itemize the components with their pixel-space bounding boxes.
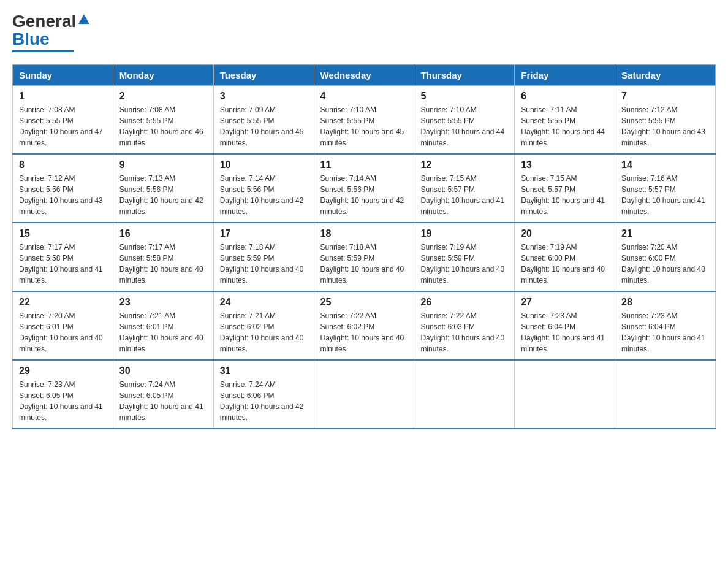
day-info: Sunrise: 7:08 AMSunset: 5:55 PMDaylight:… [119,104,207,148]
header-day-tuesday: Tuesday [213,64,314,85]
day-number: 25 [320,297,408,308]
day-info: Sunrise: 7:24 AMSunset: 6:05 PMDaylight:… [119,379,207,423]
day-number: 8 [19,159,107,170]
day-info: Sunrise: 7:16 AMSunset: 5:57 PMDaylight:… [621,173,709,217]
calendar-cell: 12Sunrise: 7:15 AMSunset: 5:57 PMDayligh… [414,154,515,223]
calendar-cell: 25Sunrise: 7:22 AMSunset: 6:02 PMDayligh… [314,291,414,360]
day-number: 1 [19,91,107,102]
logo-general: General [12,12,76,31]
svg-marker-0 [78,14,89,24]
day-info: Sunrise: 7:20 AMSunset: 6:01 PMDaylight:… [19,310,107,354]
calendar-cell: 9Sunrise: 7:13 AMSunset: 5:56 PMDaylight… [113,154,213,223]
calendar-cell: 1Sunrise: 7:08 AMSunset: 5:55 PMDaylight… [13,85,113,154]
page-header: General Blue [12,12,716,52]
calendar-cell: 14Sunrise: 7:16 AMSunset: 5:57 PMDayligh… [615,154,716,223]
day-info: Sunrise: 7:14 AMSunset: 5:56 PMDaylight:… [320,173,408,217]
logo-underline [12,50,74,52]
day-number: 15 [19,228,107,239]
calendar-cell: 20Sunrise: 7:19 AMSunset: 6:00 PMDayligh… [515,223,615,291]
day-info: Sunrise: 7:18 AMSunset: 5:59 PMDaylight:… [220,242,308,286]
calendar-cell: 28Sunrise: 7:23 AMSunset: 6:04 PMDayligh… [615,291,716,360]
day-info: Sunrise: 7:12 AMSunset: 5:55 PMDaylight:… [621,104,709,148]
day-info: Sunrise: 7:09 AMSunset: 5:55 PMDaylight:… [220,104,308,148]
day-info: Sunrise: 7:14 AMSunset: 5:56 PMDaylight:… [220,173,308,217]
calendar-cell: 19Sunrise: 7:19 AMSunset: 5:59 PMDayligh… [414,223,515,291]
calendar-cell: 31Sunrise: 7:24 AMSunset: 6:06 PMDayligh… [213,360,314,429]
header-day-sunday: Sunday [13,64,113,85]
calendar-cell [414,360,515,429]
calendar-cell: 17Sunrise: 7:18 AMSunset: 5:59 PMDayligh… [213,223,314,291]
day-number: 23 [119,297,207,308]
calendar-cell: 30Sunrise: 7:24 AMSunset: 6:05 PMDayligh… [113,360,213,429]
calendar-cell: 11Sunrise: 7:14 AMSunset: 5:56 PMDayligh… [314,154,414,223]
day-info: Sunrise: 7:23 AMSunset: 6:05 PMDaylight:… [19,379,107,423]
day-number: 12 [420,159,508,170]
day-info: Sunrise: 7:15 AMSunset: 5:57 PMDaylight:… [420,173,508,217]
logo: General Blue [12,12,91,52]
day-number: 4 [320,91,408,102]
calendar-cell: 5Sunrise: 7:10 AMSunset: 5:55 PMDaylight… [414,85,515,154]
day-number: 18 [320,228,408,239]
calendar-cell: 27Sunrise: 7:23 AMSunset: 6:04 PMDayligh… [515,291,615,360]
calendar-cell: 23Sunrise: 7:21 AMSunset: 6:01 PMDayligh… [113,291,213,360]
day-number: 28 [621,297,709,308]
calendar-cell: 26Sunrise: 7:22 AMSunset: 6:03 PMDayligh… [414,291,515,360]
day-number: 16 [119,228,207,239]
calendar-table: SundayMondayTuesdayWednesdayThursdayFrid… [12,64,716,429]
day-number: 6 [521,91,609,102]
logo-triangle-icon [77,13,91,26]
calendar-week-2: 8Sunrise: 7:12 AMSunset: 5:56 PMDaylight… [13,154,716,223]
day-info: Sunrise: 7:19 AMSunset: 5:59 PMDaylight:… [420,242,508,286]
day-info: Sunrise: 7:23 AMSunset: 6:04 PMDaylight:… [621,310,709,354]
logo-blue: Blue [12,29,50,48]
day-number: 7 [621,91,709,102]
header-day-wednesday: Wednesday [314,64,414,85]
calendar-cell: 16Sunrise: 7:17 AMSunset: 5:58 PMDayligh… [113,223,213,291]
day-number: 26 [420,297,508,308]
header-row: SundayMondayTuesdayWednesdayThursdayFrid… [13,64,716,85]
calendar-week-5: 29Sunrise: 7:23 AMSunset: 6:05 PMDayligh… [13,360,716,429]
calendar-cell: 10Sunrise: 7:14 AMSunset: 5:56 PMDayligh… [213,154,314,223]
day-number: 21 [621,228,709,239]
day-number: 24 [220,297,308,308]
header-day-saturday: Saturday [615,64,716,85]
day-number: 10 [220,159,308,170]
calendar-week-3: 15Sunrise: 7:17 AMSunset: 5:58 PMDayligh… [13,223,716,291]
day-info: Sunrise: 7:23 AMSunset: 6:04 PMDaylight:… [521,310,609,354]
calendar-cell: 8Sunrise: 7:12 AMSunset: 5:56 PMDaylight… [13,154,113,223]
day-number: 31 [220,366,308,377]
calendar-cell: 21Sunrise: 7:20 AMSunset: 6:00 PMDayligh… [615,223,716,291]
day-number: 3 [220,91,308,102]
header-day-monday: Monday [113,64,213,85]
calendar-cell: 7Sunrise: 7:12 AMSunset: 5:55 PMDaylight… [615,85,716,154]
day-number: 29 [19,366,107,377]
calendar-cell: 22Sunrise: 7:20 AMSunset: 6:01 PMDayligh… [13,291,113,360]
day-number: 9 [119,159,207,170]
calendar-cell: 13Sunrise: 7:15 AMSunset: 5:57 PMDayligh… [515,154,615,223]
calendar-cell: 29Sunrise: 7:23 AMSunset: 6:05 PMDayligh… [13,360,113,429]
calendar-cell: 3Sunrise: 7:09 AMSunset: 5:55 PMDaylight… [213,85,314,154]
day-number: 14 [621,159,709,170]
day-info: Sunrise: 7:17 AMSunset: 5:58 PMDaylight:… [119,242,207,286]
day-number: 22 [19,297,107,308]
day-number: 19 [420,228,508,239]
day-number: 30 [119,366,207,377]
day-number: 17 [220,228,308,239]
day-info: Sunrise: 7:18 AMSunset: 5:59 PMDaylight:… [320,242,408,286]
calendar-cell [314,360,414,429]
day-number: 27 [521,297,609,308]
day-info: Sunrise: 7:20 AMSunset: 6:00 PMDaylight:… [621,242,709,286]
calendar-week-4: 22Sunrise: 7:20 AMSunset: 6:01 PMDayligh… [13,291,716,360]
calendar-week-1: 1Sunrise: 7:08 AMSunset: 5:55 PMDaylight… [13,85,716,154]
day-info: Sunrise: 7:22 AMSunset: 6:03 PMDaylight:… [420,310,508,354]
day-info: Sunrise: 7:10 AMSunset: 5:55 PMDaylight:… [420,104,508,148]
calendar-cell [515,360,615,429]
calendar-cell: 15Sunrise: 7:17 AMSunset: 5:58 PMDayligh… [13,223,113,291]
calendar-cell: 4Sunrise: 7:10 AMSunset: 5:55 PMDaylight… [314,85,414,154]
header-day-friday: Friday [515,64,615,85]
calendar-cell: 6Sunrise: 7:11 AMSunset: 5:55 PMDaylight… [515,85,615,154]
day-info: Sunrise: 7:19 AMSunset: 6:00 PMDaylight:… [521,242,609,286]
day-number: 2 [119,91,207,102]
day-info: Sunrise: 7:21 AMSunset: 6:01 PMDaylight:… [119,310,207,354]
day-number: 20 [521,228,609,239]
